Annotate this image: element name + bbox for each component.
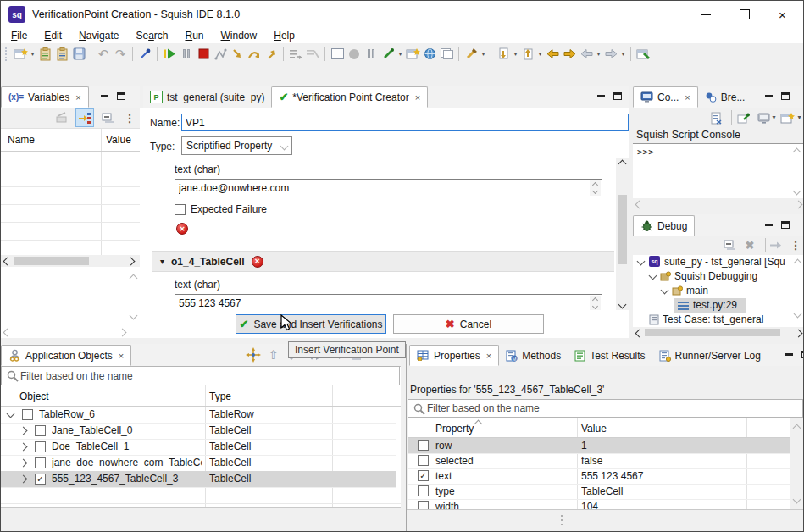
minimize-panel-icon[interactable]: [765, 95, 773, 97]
step-return-icon[interactable]: [263, 46, 280, 63]
section-collapse-icon[interactable]: ▾: [160, 257, 164, 266]
menu-window[interactable]: Window: [213, 30, 266, 42]
view-menu-icon[interactable]: ⋮: [121, 109, 138, 126]
disconnect-icon[interactable]: [212, 46, 229, 63]
save-icon[interactable]: [70, 46, 87, 63]
minimize-panel-icon[interactable]: [101, 95, 108, 97]
row-checkbox[interactable]: [418, 470, 429, 481]
import-vp-icon[interactable]: [495, 46, 512, 63]
object-brush-dropdown-icon[interactable]: ▾: [480, 50, 487, 58]
remove-verification-icon[interactable]: [176, 223, 188, 235]
collapse-all-icon[interactable]: [99, 109, 116, 126]
windows-icon[interactable]: [438, 46, 455, 63]
menu-help[interactable]: Help: [265, 30, 303, 42]
new-test-case-icon[interactable]: [36, 46, 53, 63]
export-vp-dropdown-icon[interactable]: ▾: [536, 50, 544, 58]
expander-icon[interactable]: [19, 475, 28, 484]
variables-detail-pane[interactable]: [1, 269, 128, 326]
open-console-icon[interactable]: [779, 109, 796, 126]
row-checkbox[interactable]: [22, 409, 33, 420]
object-brush-icon[interactable]: [463, 46, 480, 63]
pin-editor-icon[interactable]: [136, 46, 153, 63]
tree-row[interactable]: sq suite_py - tst_general [Squ: [633, 255, 792, 269]
record-icon[interactable]: [346, 46, 363, 63]
open-console-dropdown-icon[interactable]: ▾: [796, 114, 803, 121]
row-checkbox[interactable]: [35, 425, 46, 436]
drag-handle-icon[interactable]: [561, 515, 563, 525]
redo-icon[interactable]: ↷: [112, 46, 129, 63]
detail-scroll-left-icon[interactable]: [1, 326, 13, 338]
object-row-selected[interactable]: 555_123_4567_TableCell_3 TableCell: [1, 471, 396, 488]
minimize-panel-icon[interactable]: [785, 353, 793, 356]
col-type[interactable]: Type: [209, 391, 231, 402]
form-vscrollbar[interactable]: [616, 158, 629, 310]
tab-methods[interactable]: M Methods: [499, 345, 568, 366]
row-checkbox[interactable]: [35, 457, 46, 468]
variables-hscrollbar[interactable]: [1, 255, 140, 267]
expander-icon[interactable]: [637, 258, 646, 266]
scroll-up-icon[interactable]: [790, 422, 802, 434]
tab-debug[interactable]: Debug: [633, 215, 695, 236]
property-row[interactable]: width 104: [408, 499, 790, 509]
field2-input[interactable]: [175, 295, 602, 310]
detail-scroll-up-icon[interactable]: [127, 272, 139, 284]
restore-window-icon[interactable]: [329, 46, 346, 63]
close-icon[interactable]: ×: [685, 92, 690, 103]
window-close-button[interactable]: ×: [763, 1, 801, 28]
row-checkbox[interactable]: [418, 455, 429, 466]
tree-row[interactable]: Squish Debugging: [633, 269, 792, 284]
properties-filter-input[interactable]: [427, 400, 801, 417]
resume-icon[interactable]: [767, 236, 784, 253]
pick-parent-icon[interactable]: ⇧: [265, 346, 282, 363]
detail-scroll-down-icon[interactable]: [127, 309, 139, 321]
expander-icon[interactable]: [19, 443, 28, 452]
menu-file[interactable]: File: [3, 30, 36, 42]
variables-col-name[interactable]: Name: [8, 134, 35, 146]
section-o1-4-tablecell[interactable]: ▾ o1_4_TableCell: [152, 251, 614, 272]
display-console-icon[interactable]: [755, 109, 772, 126]
tab-test-results[interactable]: Test Results: [568, 345, 652, 366]
row-checkbox[interactable]: [418, 440, 429, 451]
close-icon[interactable]: ×: [415, 92, 420, 103]
pick-object-icon[interactable]: [245, 346, 262, 363]
spinner-icon[interactable]: [590, 296, 601, 310]
back-icon[interactable]: [578, 46, 595, 63]
detail-scroll-right-icon[interactable]: [116, 326, 128, 338]
tab-variables[interactable]: (x)= Variables ×: [1, 86, 89, 108]
pause-alt-icon[interactable]: [363, 46, 380, 63]
maximize-panel-icon[interactable]: [613, 92, 622, 100]
window-minimize-button[interactable]: [687, 1, 725, 28]
expander-icon[interactable]: [19, 459, 28, 468]
new-wizard-dropdown-icon[interactable]: ▾: [29, 50, 36, 58]
property-row[interactable]: text 555 123 4567: [408, 468, 790, 485]
clear-console-icon[interactable]: [707, 109, 724, 126]
tab-runner-server-log[interactable]: Runner/Server Log: [652, 345, 768, 366]
property-row[interactable]: type TableCell: [408, 484, 790, 500]
expected-failure-checkbox[interactable]: [175, 204, 186, 215]
show-type-names-icon[interactable]: [53, 109, 70, 126]
tab-console[interactable]: Co... ×: [633, 86, 698, 108]
col-value[interactable]: Value: [581, 423, 607, 435]
run-icon[interactable]: [161, 46, 178, 63]
open-perspective-icon[interactable]: [635, 46, 652, 63]
scroll-up-icon[interactable]: [790, 146, 802, 158]
variables-col-value[interactable]: Value: [106, 134, 131, 146]
back-dropdown-icon[interactable]: ▾: [595, 50, 602, 58]
pause-icon[interactable]: [178, 46, 195, 63]
menu-navigate[interactable]: Navigate: [70, 30, 127, 42]
vp-name-input[interactable]: [182, 114, 628, 130]
menu-edit[interactable]: Edit: [36, 30, 70, 42]
show-logical-structure-icon[interactable]: [75, 108, 94, 127]
object-row[interactable]: TableRow_6 TableRow: [1, 407, 396, 424]
maximize-panel-icon[interactable]: [781, 92, 790, 100]
col-object[interactable]: Object: [19, 391, 49, 402]
window-maximize-button[interactable]: [725, 1, 763, 28]
minimize-panel-icon[interactable]: [597, 95, 605, 97]
globe-icon[interactable]: [421, 46, 438, 63]
cancel-button[interactable]: ✖ Cancel: [393, 314, 544, 334]
tree-row[interactable]: Test Case: tst_general: [633, 313, 792, 327]
console-hscrollbar[interactable]: [633, 198, 804, 209]
scroll-down-icon[interactable]: [790, 185, 802, 197]
tree-row-selected[interactable]: test.py:29: [633, 298, 792, 313]
new-test-suite-icon[interactable]: [53, 46, 70, 63]
